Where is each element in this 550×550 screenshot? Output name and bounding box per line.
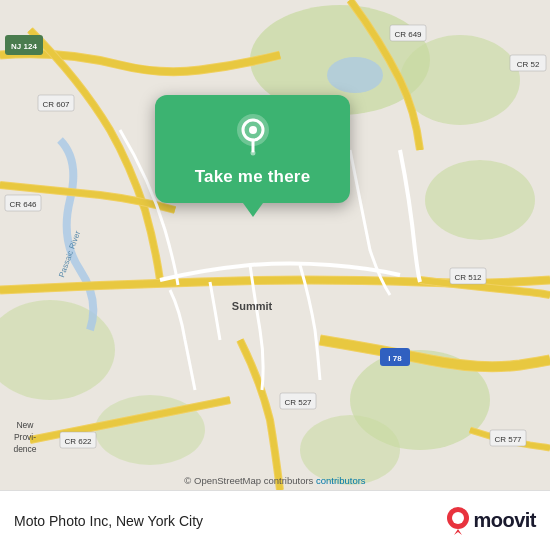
- svg-text:Summit: Summit: [232, 300, 273, 312]
- svg-point-3: [425, 160, 535, 240]
- svg-text:CR 646: CR 646: [9, 200, 37, 209]
- map-pin-icon: [231, 113, 275, 157]
- svg-text:CR 52: CR 52: [517, 60, 540, 69]
- moovit-pin-icon: [447, 507, 469, 535]
- svg-text:I 78: I 78: [388, 354, 402, 363]
- svg-text:CR 622: CR 622: [64, 437, 92, 446]
- svg-point-39: [452, 512, 464, 524]
- moovit-logo: moovit: [447, 507, 536, 535]
- svg-text:CR 512: CR 512: [454, 273, 482, 282]
- svg-text:CR 577: CR 577: [494, 435, 522, 444]
- svg-point-36: [249, 126, 257, 134]
- svg-text:CR 527: CR 527: [284, 398, 312, 407]
- svg-text:Provi-: Provi-: [14, 432, 36, 442]
- svg-point-2: [400, 35, 520, 125]
- svg-text:CR 649: CR 649: [394, 30, 422, 39]
- svg-text:New: New: [16, 420, 34, 430]
- osm-credit: © OpenStreetMap contributors contributor…: [0, 475, 550, 486]
- map-container: NJ 124 CR 607 CR 649 CR 646 CR 512 I 78 …: [0, 0, 550, 490]
- map-background: NJ 124 CR 607 CR 649 CR 646 CR 512 I 78 …: [0, 0, 550, 490]
- svg-point-37: [250, 151, 255, 156]
- svg-point-8: [327, 57, 383, 93]
- svg-text:NJ 124: NJ 124: [11, 42, 37, 51]
- bottom-bar: Moto Photo Inc, New York City moovit: [0, 490, 550, 550]
- take-me-there-button[interactable]: Take me there: [195, 167, 311, 187]
- svg-text:CR 607: CR 607: [42, 100, 70, 109]
- popup-card: Take me there: [155, 95, 350, 203]
- svg-text:dence: dence: [13, 444, 36, 454]
- place-name: Moto Photo Inc, New York City: [14, 513, 203, 529]
- moovit-brand-text: moovit: [473, 509, 536, 532]
